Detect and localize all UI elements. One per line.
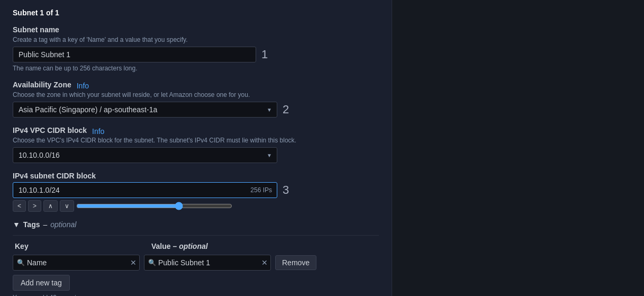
ipv4-vpc-cidr-info-link[interactable]: Info: [92, 127, 104, 136]
ipv4-subnet-cidr-input[interactable]: [13, 182, 277, 198]
subnet-name-hint: The name can be up to 256 characters lon…: [13, 65, 379, 72]
ipv4-subnet-cidr-suffix: 256 IPs: [250, 186, 272, 194]
ipv4-vpc-cidr-group: IPv4 VPC CIDR block Info Choose the VPC'…: [13, 126, 379, 163]
tag-value-input[interactable]: [144, 255, 271, 271]
ipv4-vpc-cidr-description: Choose the VPC's IPv4 CIDR block for the…: [13, 137, 379, 144]
tag-row: 🔍 ✕ 🔍 ✕ Remove: [13, 255, 379, 271]
availability-zone-info-link[interactable]: Info: [77, 82, 89, 90]
tags-column-headers: Key Value – optional: [13, 242, 379, 250]
availability-zone-description: Choose the zone in which your subnet wil…: [13, 91, 379, 98]
cidr-up-button[interactable]: ∧: [43, 200, 58, 212]
ipv4-vpc-cidr-label: IPv4 VPC CIDR block: [13, 126, 87, 134]
add-new-tag-button[interactable]: Add new tag: [13, 275, 70, 291]
tag-key-wrapper: 🔍 ✕: [13, 255, 140, 271]
right-panel: [392, 0, 644, 296]
cidr-next-button[interactable]: >: [28, 200, 41, 212]
step-3-indicator: 3: [283, 183, 289, 197]
tag-key-clear-button[interactable]: ✕: [130, 258, 137, 267]
tags-label: Tags: [23, 220, 40, 229]
ipv4-subnet-cidr-label: IPv4 subnet CIDR block: [13, 172, 379, 180]
availability-zone-group: Availability Zone Info Choose the zone i…: [13, 80, 379, 118]
cidr-controls: < > ∧ ∨: [13, 200, 232, 212]
tags-toggle[interactable]: ▼ Tags – optional: [13, 220, 379, 229]
tags-key-column-header: Key: [15, 242, 29, 250]
section-header: Subnet 1 of 1: [13, 8, 379, 17]
availability-zone-label: Availability Zone: [13, 80, 71, 89]
cidr-down-button[interactable]: ∨: [60, 200, 74, 212]
ipv4-subnet-cidr-group: IPv4 subnet CIDR block 256 IPs 3 < > ∧ ∨: [13, 172, 379, 212]
ipv4-vpc-cidr-select-wrapper: 10.10.0.0/16 ▼: [13, 147, 277, 163]
tags-dash: –: [43, 220, 48, 229]
subnet-name-description: Create a tag with a key of 'Name' and a …: [13, 36, 379, 43]
subnet-name-input[interactable]: [13, 47, 256, 62]
tag-value-search-icon: 🔍: [148, 259, 156, 266]
tag-value-clear-button[interactable]: ✕: [261, 258, 268, 267]
tags-optional-label: optional: [50, 220, 76, 229]
tags-value-optional: optional: [179, 242, 207, 250]
tags-toggle-icon: ▼: [13, 220, 20, 229]
cidr-slider[interactable]: [76, 200, 232, 212]
step-2-indicator: 2: [283, 103, 289, 116]
availability-zone-select[interactable]: Asia Pacific (Singapore) / ap-southeast-…: [13, 102, 277, 118]
ipv4-subnet-cidr-wrapper: 256 IPs: [13, 182, 277, 198]
remove-tag-button[interactable]: Remove: [275, 255, 316, 270]
subnet-name-label: Subnet name: [13, 25, 379, 34]
tags-section: ▼ Tags – optional Key Value – optional: [13, 220, 379, 296]
tag-key-input[interactable]: [13, 255, 140, 271]
tag-value-wrapper: 🔍 ✕: [144, 255, 271, 271]
step-1-indicator: 1: [261, 48, 268, 61]
tag-key-search-icon: 🔍: [17, 259, 25, 266]
tags-value-column-header: Value – optional: [151, 242, 208, 250]
ipv4-vpc-cidr-select[interactable]: 10.10.0.0/16: [13, 147, 277, 163]
cidr-prev-button[interactable]: <: [13, 200, 26, 212]
subnet-name-group: Subnet name Create a tag with a key of '…: [13, 25, 379, 72]
availability-zone-select-wrapper: Asia Pacific (Singapore) / ap-southeast-…: [13, 102, 277, 118]
tags-divider: [13, 235, 379, 236]
tags-hint: You can add 49 more tags.: [13, 294, 379, 296]
